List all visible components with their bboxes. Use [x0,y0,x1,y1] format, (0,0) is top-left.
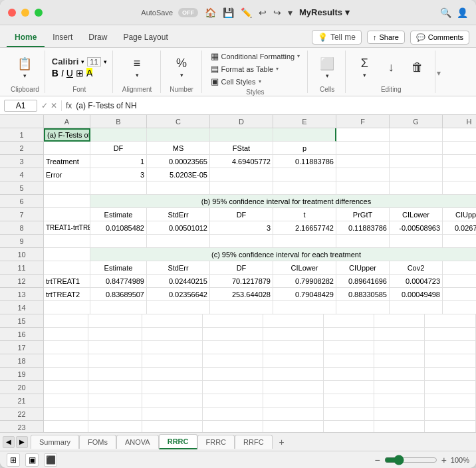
cell-G17[interactable] [374,341,425,354]
cell-H9[interactable] [443,235,476,248]
redo-icon[interactable]: ↪ [272,6,283,19]
share-button[interactable]: ↑ Share [367,31,405,44]
cell-D20[interactable] [203,381,263,394]
cell-H16[interactable] [425,328,475,341]
cell-B22[interactable] [88,408,142,421]
cell-D14[interactable] [210,301,273,314]
col-header-F[interactable]: F [336,115,390,128]
cell-C16[interactable] [142,328,203,341]
cell-E18[interactable] [263,354,324,368]
cell-B2[interactable]: DF [90,142,147,155]
cell-A7[interactable] [44,208,90,221]
cell-A9[interactable] [44,235,90,248]
cell-E9[interactable] [273,235,336,248]
cell-H4[interactable] [443,168,476,181]
account-icon[interactable]: 👤 [457,7,468,18]
cell-H22[interactable] [425,408,475,421]
row-header-14[interactable]: 14 [0,301,44,314]
cell-D15[interactable] [203,314,263,328]
cell-H2[interactable] [443,142,476,155]
zoom-slider[interactable] [384,455,437,465]
cell-G14[interactable] [390,301,443,314]
row-header-2[interactable]: 2 [0,142,44,155]
cell-F8[interactable]: 0.11883786 [336,221,390,235]
cell-G1[interactable] [390,128,443,142]
cell-C5[interactable] [147,181,210,195]
normal-view-btn[interactable]: ⊞ [7,453,20,467]
font-size[interactable]: 11 [87,57,100,66]
zoom-in-btn[interactable]: + [441,455,447,465]
cell-F9[interactable] [336,235,390,248]
cell-A14[interactable] [44,301,90,314]
cell-H13[interactable] [443,288,476,301]
cell-G11[interactable]: Cov2 [390,261,443,275]
cell-F4[interactable] [336,168,390,181]
row-header-17[interactable]: 17 [0,341,44,354]
cell-H18[interactable] [425,354,475,368]
sheet-nav-left[interactable]: ◀ [3,436,15,448]
cell-C11[interactable]: StdErr [147,261,210,275]
cell-E23[interactable] [263,421,324,432]
clear-btn[interactable]: 🗑 [406,59,429,76]
cell-B23[interactable] [88,421,142,432]
highlight-btn[interactable]: A [86,68,92,78]
cell-B21[interactable] [88,394,142,408]
row-header-5[interactable]: 5 [0,181,44,195]
cell-E15[interactable] [263,314,324,328]
cell-B6-merged[interactable]: (b) 95% confidence interval for treatmen… [90,195,476,208]
cell-D17[interactable] [203,341,263,354]
cell-A6[interactable] [44,195,90,208]
row-header-3[interactable]: 3 [0,155,44,168]
zoom-out-btn[interactable]: − [374,455,380,465]
col-header-A[interactable]: A [44,115,90,128]
cell-H19[interactable] [425,368,475,381]
fill-btn[interactable]: ↓ [379,59,403,76]
cell-D11[interactable]: DF [210,261,273,275]
number-btn[interactable]: % ▾ [170,55,193,80]
cell-G15[interactable] [374,314,425,328]
cell-D12[interactable]: 70.1217879 [210,275,273,288]
cell-F15[interactable] [324,314,374,328]
cell-B11[interactable]: Estimate [90,261,147,275]
cell-B13[interactable]: 0.83689507 [90,288,147,301]
cell-A19[interactable] [44,368,88,381]
cell-F12[interactable]: 0.89641696 [336,275,390,288]
add-sheet-button[interactable]: + [275,435,289,449]
edit-icon[interactable]: ✏️ [239,6,253,19]
cell-C22[interactable] [142,408,203,421]
cell-E17[interactable] [263,341,324,354]
col-header-D[interactable]: D [210,115,273,128]
col-header-G[interactable]: G [390,115,443,128]
cell-C13[interactable]: 0.02356642 [147,288,210,301]
cell-G20[interactable] [374,381,425,394]
cell-C21[interactable] [142,394,203,408]
cell-B4[interactable]: 3 [90,168,147,181]
cell-A3[interactable]: Treatment [44,155,90,168]
row-header-7[interactable]: 7 [0,208,44,221]
cell-A15[interactable] [44,314,88,328]
tell-me-box[interactable]: 💡 Tell me [312,30,362,45]
cell-A18[interactable] [44,354,88,368]
cell-C3[interactable]: 0.00023565 [147,155,210,168]
row-header-20[interactable]: 20 [0,381,44,394]
cell-C14[interactable] [147,301,210,314]
cell-D22[interactable] [203,408,263,421]
ribbon-expand[interactable]: ▾ [437,66,441,78]
cell-C17[interactable] [142,341,203,354]
cell-reference-input[interactable] [4,100,37,112]
search-icon[interactable]: 🔍 [440,7,451,18]
sheet-tab-anova[interactable]: ANOVA [116,435,159,449]
cell-E20[interactable] [263,381,324,394]
row-header-22[interactable]: 22 [0,408,44,421]
cell-B18[interactable] [88,354,142,368]
cell-H7[interactable]: CIUpper [443,208,476,221]
cell-C12[interactable]: 0.02440215 [147,275,210,288]
row-header-1[interactable]: 1 [0,128,44,142]
cell-B8[interactable]: 0.01085482 [90,221,147,235]
sheet-tab-summary[interactable]: Summary [31,435,79,449]
cell-H15[interactable] [425,314,475,328]
cell-H23[interactable] [425,421,475,432]
cell-H3[interactable] [443,155,476,168]
cell-B10-merged[interactable]: (c) 95% confidence interval for each tre… [90,248,476,261]
cell-F17[interactable] [324,341,374,354]
